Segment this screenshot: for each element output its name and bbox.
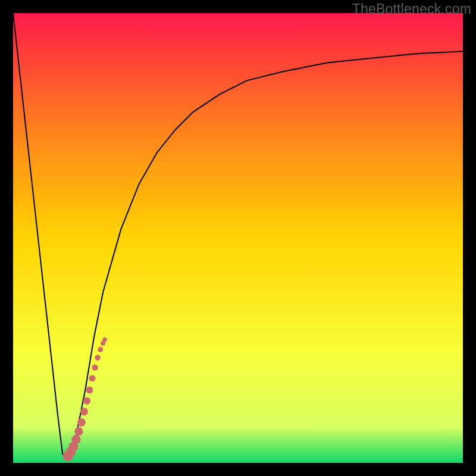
svg-rect-0 xyxy=(13,13,463,463)
background-gradient xyxy=(13,13,463,463)
plot-area xyxy=(13,13,463,463)
watermark-text: TheBottleneck.com xyxy=(352,1,471,17)
chart-frame: TheBottleneck.com xyxy=(0,0,476,476)
